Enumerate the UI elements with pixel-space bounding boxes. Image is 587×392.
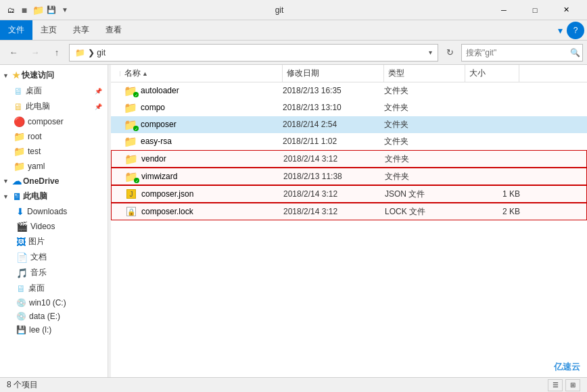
easy-rsa-date: 2018/2/11 1:02 <box>283 137 384 146</box>
view-list-button[interactable]: ☰ <box>548 379 563 391</box>
file-row-composer-json[interactable]: J composer.json 2018/2/14 3:12 JSON 文件 1… <box>111 185 587 203</box>
sidebar-item-music[interactable]: 🎵 音乐 <box>0 265 108 280</box>
col-header-type[interactable]: 类型 <box>384 65 465 82</box>
sidebar: ▼ ★ 快速访问 🖥 桌面 📌 🖥 此电脑 📌 🔴 composer 📁 roo… <box>0 65 108 377</box>
title-icon: 🗂 <box>5 5 16 16</box>
up-button[interactable]: ↑ <box>47 44 66 62</box>
collapse-ribbon-button[interactable]: ▾ <box>558 25 563 36</box>
lock-file-icon: 🔒 <box>126 207 136 216</box>
sidebar-item-yaml[interactable]: 📁 yaml <box>0 159 108 174</box>
back-button[interactable]: ← <box>4 44 23 62</box>
search-input[interactable] <box>466 48 567 57</box>
close-button[interactable]: ✕ <box>550 0 582 20</box>
drive-e-icon: 💿 <box>16 312 26 321</box>
file-name-vimwizard: 📁 ✓ vimwizard <box>125 170 283 182</box>
sidebar-item-pictures-label: 图片 <box>28 236 45 247</box>
title-bar: 🗂 ■ 📁 💾 ▼ git ─ □ ✕ <box>0 0 587 20</box>
forward-button[interactable]: → <box>26 44 45 62</box>
scroll-col <box>111 71 120 76</box>
sidebar-item-root[interactable]: 📁 root <box>0 129 108 144</box>
sidebar-item-drive-c[interactable]: 💿 win10 (C:) <box>0 296 108 310</box>
file-name-vendor: 📁 vendor <box>125 153 283 165</box>
file-row-easy-rsa[interactable]: 📁 easy-rsa 2018/2/11 1:02 文件夹 <box>111 133 587 150</box>
menu-tab-home[interactable]: 主页 <box>32 20 65 40</box>
sidebar-item-videos[interactable]: 🎬 Videos <box>0 219 108 234</box>
sidebar-item-desktop-label: 桌面 <box>26 85 42 97</box>
videos-icon: 🎬 <box>16 221 28 232</box>
tb-arrow-icon[interactable]: ▼ <box>60 5 70 16</box>
col-header-name[interactable]: 名称 ▲ <box>120 65 283 82</box>
refresh-button[interactable]: ↻ <box>441 44 459 62</box>
sidebar-item-desktop2[interactable]: 🖥 桌面 <box>0 280 108 296</box>
autoloader-check-icon: ✓ <box>133 92 139 97</box>
file-row-compo[interactable]: 📁 compo 2018/2/13 13:10 文件夹 <box>111 99 587 116</box>
sidebar-item-documents[interactable]: 📄 文档 <box>0 249 108 265</box>
maximize-button[interactable]: □ <box>519 0 550 20</box>
vendor-date: 2018/2/14 3:12 <box>283 154 385 164</box>
sidebar-item-composer[interactable]: 🔴 composer <box>0 114 108 129</box>
tb-new-icon[interactable]: ■ <box>19 5 30 16</box>
compo-icon: 📁 <box>124 101 137 114</box>
search-icon[interactable]: 🔍 <box>570 48 580 57</box>
vimwizard-name: vimwizard <box>141 172 177 181</box>
sidebar-item-desktop[interactable]: 🖥 桌面 📌 <box>0 83 108 99</box>
search-bar[interactable]: 🔍 <box>461 44 583 62</box>
desktop-pin-icon: 📌 <box>95 88 102 95</box>
sidebar-item-this-pc[interactable]: 🖥 此电脑 📌 <box>0 99 108 114</box>
vendor-icon: 📁 <box>125 153 137 165</box>
tb-folder-icon[interactable]: 📁 <box>32 5 43 16</box>
composer-json-date: 2018/2/14 3:12 <box>283 189 385 199</box>
composer-type: 文件夹 <box>384 119 465 130</box>
composer-name: composer <box>141 120 177 129</box>
sidebar-onedrive-header[interactable]: ▼ ☁ OneDrive <box>0 174 108 189</box>
composer-file-icon: 📁 ✓ <box>124 118 137 130</box>
composer-json-name: composer.json <box>141 189 193 199</box>
file-name-composer: 📁 ✓ composer <box>124 118 283 130</box>
col-size-label: 大小 <box>469 68 486 79</box>
easy-rsa-type: 文件夹 <box>384 136 465 147</box>
composer-icon: 🔴 <box>14 116 25 127</box>
file-row-composer[interactable]: 📁 ✓ composer 2018/2/14 2:54 文件夹 <box>111 116 587 133</box>
autoloader-date: 2018/2/13 16:35 <box>283 86 384 95</box>
address-dropdown-icon[interactable]: ▾ <box>429 49 432 56</box>
minimize-button[interactable]: ─ <box>488 0 519 20</box>
downloads-icon: ⬇ <box>16 206 24 217</box>
address-bar[interactable]: 📁 ❯ git ▾ <box>69 44 438 62</box>
sidebar-item-test-label: test <box>28 147 41 156</box>
col-header-size[interactable]: 大小 <box>465 65 519 82</box>
vimwizard-icon: 📁 ✓ <box>125 170 137 182</box>
composer-date: 2018/2/14 2:54 <box>283 120 384 129</box>
file-header: 名称 ▲ 修改日期 类型 大小 <box>111 65 587 82</box>
sidebar-item-drive-l[interactable]: 💾 lee (l:) <box>0 323 108 337</box>
file-area: 名称 ▲ 修改日期 类型 大小 📁 ✓ <box>111 65 587 377</box>
vimwizard-date: 2018/2/13 11:38 <box>283 172 385 181</box>
file-row-composer-lock[interactable]: 🔒 composer.lock 2018/2/14 3:12 LOCK 文件 2… <box>111 203 587 220</box>
composer-lock-size: 2 KB <box>466 207 520 216</box>
sidebar-item-test[interactable]: 📁 test <box>0 144 108 159</box>
drive-l-icon: 💾 <box>16 325 26 335</box>
file-row-vimwizard[interactable]: 📁 ✓ vimwizard 2018/2/13 11:38 文件夹 <box>111 168 587 185</box>
drive-c-icon: 💿 <box>16 298 26 308</box>
sidebar-item-downloads[interactable]: ⬇ Downloads <box>0 204 108 219</box>
menu-tab-share[interactable]: 共享 <box>65 20 97 40</box>
col-header-date[interactable]: 修改日期 <box>283 65 384 82</box>
file-row-vendor[interactable]: 📁 vendor 2018/2/14 3:12 文件夹 <box>111 150 587 168</box>
sidebar-item-drive-e[interactable]: 💿 data (E:) <box>0 310 108 323</box>
file-name-compo: 📁 compo <box>124 101 283 114</box>
menu-tab-view[interactable]: 查看 <box>97 20 130 40</box>
toolbar: ← → ↑ 📁 ❯ git ▾ ↻ 🔍 <box>0 41 587 65</box>
autoloader-type: 文件夹 <box>384 85 465 97</box>
title-bar-icons: 🗂 ■ 📁 💾 ▼ <box>5 5 70 16</box>
col-name-sort-icon: ▲ <box>142 70 148 77</box>
sidebar-this-pc-header[interactable]: ▼ 🖥 此电脑 <box>0 189 108 204</box>
view-grid-button[interactable]: ⊞ <box>565 379 580 391</box>
tb-floppy-icon[interactable]: 💾 <box>46 5 57 16</box>
address-folder-icon: 📁 <box>75 48 85 57</box>
sidebar-item-pictures[interactable]: 🖼 图片 <box>0 234 108 249</box>
status-text: 8 个项目 <box>7 379 38 391</box>
file-row-autoloader[interactable]: 📁 ✓ autoloader 2018/2/13 16:35 文件夹 <box>111 82 587 99</box>
sidebar-item-drive-l-label: lee (l:) <box>29 325 51 335</box>
account-button[interactable]: ? <box>567 22 584 39</box>
menu-tab-file[interactable]: 文件 <box>0 20 32 40</box>
sidebar-quick-access-header[interactable]: ▼ ★ 快速访问 <box>0 68 108 83</box>
